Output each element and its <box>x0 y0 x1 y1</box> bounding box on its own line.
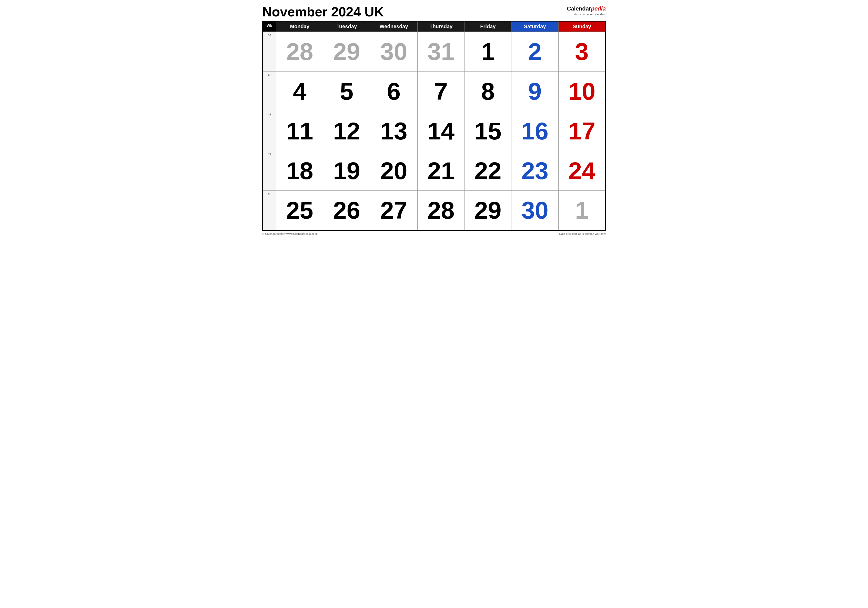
day-cell[interactable]: 30 <box>370 32 418 71</box>
day-number: 2 <box>513 33 556 70</box>
day-cell[interactable]: 3 <box>558 32 606 71</box>
day-number: 20 <box>372 152 416 189</box>
day-number: 3 <box>560 33 604 70</box>
day-cell[interactable]: 1 <box>465 32 512 71</box>
day-cell[interactable]: 21 <box>418 151 465 191</box>
day-cell[interactable]: 26 <box>323 191 370 230</box>
week-number: 45 <box>262 71 276 111</box>
day-number: 12 <box>325 113 368 149</box>
day-cell[interactable]: 11 <box>276 111 323 151</box>
col-header-sat: Saturday <box>512 21 558 32</box>
day-cell[interactable]: 18 <box>276 151 323 191</box>
day-number: 24 <box>560 152 604 189</box>
day-number: 14 <box>419 113 463 149</box>
day-number: 30 <box>513 192 556 229</box>
day-number: 23 <box>513 152 556 189</box>
day-cell[interactable]: 16 <box>512 111 558 151</box>
day-number: 28 <box>419 192 463 229</box>
logo-name: Calendarpedia <box>567 5 606 12</box>
day-cell[interactable]: 15 <box>465 111 512 151</box>
day-cell[interactable]: 12 <box>323 111 370 151</box>
day-cell[interactable]: 28 <box>276 32 323 71</box>
day-number: 15 <box>466 113 510 149</box>
day-number: 29 <box>325 33 368 70</box>
day-cell[interactable]: 2 <box>512 32 558 71</box>
day-number: 8 <box>466 73 510 109</box>
day-cell[interactable]: 6 <box>370 71 418 111</box>
day-number: 21 <box>419 152 463 189</box>
week-row: 4718192021222324 <box>262 151 606 191</box>
copyright: © Calendarpedia® www.calendarpedia.co.uk <box>262 232 318 235</box>
day-cell[interactable]: 5 <box>323 71 370 111</box>
week-number: 46 <box>262 111 276 151</box>
day-cell[interactable]: 7 <box>418 71 465 111</box>
day-cell[interactable]: 17 <box>558 111 606 151</box>
day-cell[interactable]: 27 <box>370 191 418 230</box>
calendar-table: WkMondayTuesdayWednesdayThursdayFridaySa… <box>262 21 606 231</box>
day-number: 30 <box>372 33 416 70</box>
day-number: 10 <box>560 73 604 109</box>
logo-italic: pedia <box>591 5 606 12</box>
logo: Calendarpedia Your source for calendars <box>567 5 606 16</box>
day-number: 26 <box>325 192 368 229</box>
day-cell[interactable]: 19 <box>323 151 370 191</box>
day-cell[interactable]: 22 <box>465 151 512 191</box>
page-header: November 2024 UK Calendarpedia Your sour… <box>262 5 606 19</box>
col-header-tue: Tuesday <box>323 21 370 32</box>
day-number: 1 <box>560 192 604 229</box>
day-cell[interactable]: 4 <box>276 71 323 111</box>
day-cell[interactable]: 13 <box>370 111 418 151</box>
week-row: 482526272829301 <box>262 191 606 230</box>
day-cell[interactable]: 20 <box>370 151 418 191</box>
day-number: 22 <box>466 152 510 189</box>
col-header-fri: Friday <box>465 21 512 32</box>
day-number: 9 <box>513 73 556 109</box>
day-number: 11 <box>278 113 321 149</box>
day-cell[interactable]: 14 <box>418 111 465 151</box>
day-number: 29 <box>466 192 510 229</box>
day-cell[interactable]: 9 <box>512 71 558 111</box>
disclaimer: Data provided 'as is' without warranty <box>559 232 606 235</box>
day-number: 5 <box>325 73 368 109</box>
day-number: 1 <box>466 33 510 70</box>
day-number: 27 <box>372 192 416 229</box>
day-cell[interactable]: 30 <box>512 191 558 230</box>
day-number: 17 <box>560 113 604 149</box>
day-cell[interactable]: 25 <box>276 191 323 230</box>
col-header-sun: Sunday <box>558 21 606 32</box>
day-cell[interactable]: 31 <box>418 32 465 71</box>
week-number: 48 <box>262 191 276 230</box>
day-cell[interactable]: 1 <box>558 191 606 230</box>
col-header-wk: Wk <box>262 21 276 32</box>
day-cell[interactable]: 29 <box>465 191 512 230</box>
logo-sub: Your source for calendars <box>567 12 606 16</box>
col-header-mon: Monday <box>276 21 323 32</box>
week-row: 4428293031123 <box>262 32 606 71</box>
week-number: 47 <box>262 151 276 191</box>
col-header-thu: Thursday <box>418 21 465 32</box>
day-number: 13 <box>372 113 416 149</box>
day-number: 25 <box>278 192 321 229</box>
day-number: 19 <box>325 152 368 189</box>
week-row: 4545678910 <box>262 71 606 111</box>
day-cell[interactable]: 29 <box>323 32 370 71</box>
day-cell[interactable]: 24 <box>558 151 606 191</box>
day-cell[interactable]: 28 <box>418 191 465 230</box>
day-number: 18 <box>278 152 321 189</box>
day-number: 4 <box>278 73 321 109</box>
page-title: November 2024 UK <box>262 5 384 19</box>
day-cell[interactable]: 23 <box>512 151 558 191</box>
week-number: 44 <box>262 32 276 71</box>
day-cell[interactable]: 8 <box>465 71 512 111</box>
calendar-header-row: WkMondayTuesdayWednesdayThursdayFridaySa… <box>262 21 606 32</box>
day-number: 7 <box>419 73 463 109</box>
calendar-body: 4428293031123454567891046111213141516174… <box>262 32 606 230</box>
day-number: 6 <box>372 73 416 109</box>
week-row: 4611121314151617 <box>262 111 606 151</box>
day-number: 28 <box>278 33 321 70</box>
day-number: 31 <box>419 33 463 70</box>
day-number: 16 <box>513 113 556 149</box>
day-cell[interactable]: 10 <box>558 71 606 111</box>
footer: © Calendarpedia® www.calendarpedia.co.uk… <box>262 232 606 235</box>
col-header-wed: Wednesday <box>370 21 418 32</box>
